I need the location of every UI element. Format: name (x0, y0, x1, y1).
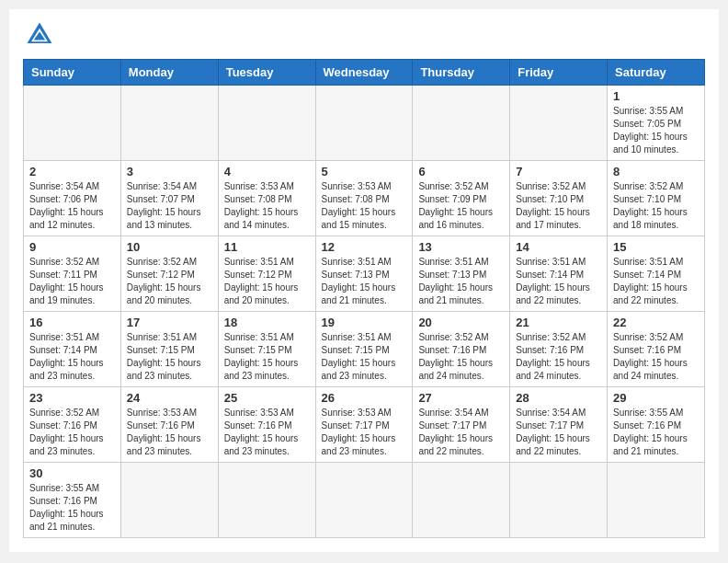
day-cell: 20Sunrise: 3:52 AM Sunset: 7:16 PM Dayli… (413, 312, 510, 387)
day-number: 19 (322, 316, 407, 329)
week-row-6: 30Sunrise: 3:55 AM Sunset: 7:16 PM Dayli… (24, 463, 705, 538)
day-info: Sunrise: 3:51 AM Sunset: 7:15 PM Dayligh… (322, 331, 407, 383)
day-number: 2 (29, 165, 115, 178)
day-cell (413, 463, 510, 538)
day-number: 18 (224, 316, 310, 329)
day-number: 25 (224, 391, 310, 405)
day-number: 15 (613, 240, 699, 254)
week-row-1: 1Sunrise: 3:55 AM Sunset: 7:05 PM Daylig… (24, 86, 705, 161)
day-cell: 5Sunrise: 3:53 AM Sunset: 7:08 PM Daylig… (315, 161, 413, 236)
col-header-wednesday: Wednesday (315, 60, 413, 86)
day-cell: 14Sunrise: 3:51 AM Sunset: 7:14 PM Dayli… (510, 236, 608, 312)
day-info: Sunrise: 3:52 AM Sunset: 7:16 PM Dayligh… (29, 407, 115, 458)
day-info: Sunrise: 3:53 AM Sunset: 7:08 PM Dayligh… (322, 180, 407, 232)
day-info: Sunrise: 3:54 AM Sunset: 7:17 PM Dayligh… (516, 407, 601, 458)
day-cell (315, 86, 413, 161)
day-info: Sunrise: 3:51 AM Sunset: 7:13 PM Dayligh… (418, 256, 504, 307)
day-cell (510, 463, 608, 538)
day-info: Sunrise: 3:52 AM Sunset: 7:16 PM Dayligh… (418, 331, 504, 383)
day-info: Sunrise: 3:55 AM Sunset: 7:16 PM Dayligh… (613, 407, 699, 458)
day-number: 28 (516, 391, 601, 405)
col-header-thursday: Thursday (413, 60, 510, 86)
day-cell (218, 463, 315, 538)
day-cell: 17Sunrise: 3:51 AM Sunset: 7:15 PM Dayli… (120, 312, 218, 387)
day-info: Sunrise: 3:53 AM Sunset: 7:16 PM Dayligh… (224, 407, 310, 458)
col-header-friday: Friday (510, 60, 608, 86)
day-number: 21 (516, 316, 601, 329)
day-cell (608, 463, 705, 538)
day-cell: 26Sunrise: 3:53 AM Sunset: 7:17 PM Dayli… (315, 387, 413, 463)
day-cell: 25Sunrise: 3:53 AM Sunset: 7:16 PM Dayli… (218, 387, 315, 463)
day-info: Sunrise: 3:51 AM Sunset: 7:14 PM Dayligh… (613, 256, 699, 307)
day-cell: 18Sunrise: 3:51 AM Sunset: 7:15 PM Dayli… (218, 312, 315, 387)
day-info: Sunrise: 3:54 AM Sunset: 7:17 PM Dayligh… (418, 407, 504, 458)
day-info: Sunrise: 3:52 AM Sunset: 7:12 PM Dayligh… (127, 256, 212, 307)
week-row-5: 23Sunrise: 3:52 AM Sunset: 7:16 PM Dayli… (24, 387, 705, 463)
header-row: SundayMondayTuesdayWednesdayThursdayFrid… (24, 60, 705, 86)
day-number: 29 (613, 391, 699, 405)
day-cell: 3Sunrise: 3:54 AM Sunset: 7:07 PM Daylig… (120, 161, 218, 236)
day-cell: 19Sunrise: 3:51 AM Sunset: 7:15 PM Dayli… (315, 312, 413, 387)
day-number: 7 (516, 165, 601, 178)
day-number: 3 (127, 165, 212, 178)
day-info: Sunrise: 3:54 AM Sunset: 7:06 PM Dayligh… (29, 180, 115, 232)
calendar-table: SundayMondayTuesdayWednesdayThursdayFrid… (23, 59, 705, 538)
day-cell (510, 86, 608, 161)
day-info: Sunrise: 3:52 AM Sunset: 7:11 PM Dayligh… (29, 256, 115, 307)
day-cell: 27Sunrise: 3:54 AM Sunset: 7:17 PM Dayli… (413, 387, 510, 463)
day-number: 14 (516, 240, 601, 254)
header (23, 18, 705, 52)
day-info: Sunrise: 3:51 AM Sunset: 7:15 PM Dayligh… (127, 331, 212, 383)
day-cell: 16Sunrise: 3:51 AM Sunset: 7:14 PM Dayli… (24, 312, 121, 387)
day-cell: 12Sunrise: 3:51 AM Sunset: 7:13 PM Dayli… (315, 236, 413, 312)
day-cell: 11Sunrise: 3:51 AM Sunset: 7:12 PM Dayli… (218, 236, 315, 312)
day-cell: 10Sunrise: 3:52 AM Sunset: 7:12 PM Dayli… (120, 236, 218, 312)
day-cell: 6Sunrise: 3:52 AM Sunset: 7:09 PM Daylig… (413, 161, 510, 236)
week-row-4: 16Sunrise: 3:51 AM Sunset: 7:14 PM Dayli… (24, 312, 705, 387)
day-cell: 1Sunrise: 3:55 AM Sunset: 7:05 PM Daylig… (608, 86, 705, 161)
day-number: 11 (224, 240, 310, 254)
day-info: Sunrise: 3:51 AM Sunset: 7:15 PM Dayligh… (224, 331, 310, 383)
day-cell (218, 86, 315, 161)
day-info: Sunrise: 3:51 AM Sunset: 7:14 PM Dayligh… (29, 331, 115, 383)
day-number: 23 (29, 391, 115, 405)
day-number: 12 (322, 240, 407, 254)
day-number: 22 (613, 316, 699, 329)
day-cell: 2Sunrise: 3:54 AM Sunset: 7:06 PM Daylig… (24, 161, 121, 236)
day-cell: 9Sunrise: 3:52 AM Sunset: 7:11 PM Daylig… (24, 236, 121, 312)
calendar-container: SundayMondayTuesdayWednesdayThursdayFrid… (9, 9, 719, 552)
day-cell: 22Sunrise: 3:52 AM Sunset: 7:16 PM Dayli… (608, 312, 705, 387)
col-header-monday: Monday (120, 60, 218, 86)
day-cell (120, 463, 218, 538)
day-info: Sunrise: 3:52 AM Sunset: 7:16 PM Dayligh… (613, 331, 699, 383)
day-info: Sunrise: 3:54 AM Sunset: 7:07 PM Dayligh… (127, 180, 212, 232)
day-number: 27 (418, 391, 504, 405)
week-row-2: 2Sunrise: 3:54 AM Sunset: 7:06 PM Daylig… (24, 161, 705, 236)
day-cell: 8Sunrise: 3:52 AM Sunset: 7:10 PM Daylig… (608, 161, 705, 236)
day-info: Sunrise: 3:51 AM Sunset: 7:12 PM Dayligh… (224, 256, 310, 307)
day-info: Sunrise: 3:53 AM Sunset: 7:16 PM Dayligh… (127, 407, 212, 458)
day-info: Sunrise: 3:52 AM Sunset: 7:16 PM Dayligh… (516, 331, 601, 383)
day-cell: 24Sunrise: 3:53 AM Sunset: 7:16 PM Dayli… (120, 387, 218, 463)
day-cell: 7Sunrise: 3:52 AM Sunset: 7:10 PM Daylig… (510, 161, 608, 236)
day-info: Sunrise: 3:55 AM Sunset: 7:05 PM Dayligh… (613, 105, 699, 156)
day-cell: 30Sunrise: 3:55 AM Sunset: 7:16 PM Dayli… (24, 463, 121, 538)
day-number: 17 (127, 316, 212, 329)
day-cell (413, 86, 510, 161)
day-number: 4 (224, 165, 310, 178)
day-info: Sunrise: 3:53 AM Sunset: 7:17 PM Dayligh… (322, 407, 407, 458)
day-cell: 4Sunrise: 3:53 AM Sunset: 7:08 PM Daylig… (218, 161, 315, 236)
day-cell: 23Sunrise: 3:52 AM Sunset: 7:16 PM Dayli… (24, 387, 121, 463)
day-info: Sunrise: 3:51 AM Sunset: 7:14 PM Dayligh… (516, 256, 601, 307)
day-info: Sunrise: 3:55 AM Sunset: 7:16 PM Dayligh… (29, 482, 115, 534)
col-header-tuesday: Tuesday (218, 60, 315, 86)
col-header-sunday: Sunday (24, 60, 121, 86)
day-number: 1 (613, 89, 699, 103)
day-info: Sunrise: 3:52 AM Sunset: 7:10 PM Dayligh… (613, 180, 699, 232)
day-info: Sunrise: 3:51 AM Sunset: 7:13 PM Dayligh… (322, 256, 407, 307)
day-cell: 13Sunrise: 3:51 AM Sunset: 7:13 PM Dayli… (413, 236, 510, 312)
logo (23, 18, 62, 52)
day-info: Sunrise: 3:53 AM Sunset: 7:08 PM Dayligh… (224, 180, 310, 232)
day-number: 9 (29, 240, 115, 254)
day-number: 26 (322, 391, 407, 405)
